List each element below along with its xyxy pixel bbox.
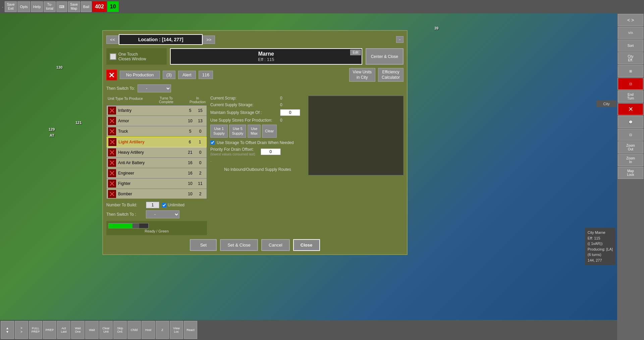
- zoom-out-button[interactable]: ZoomOut: [618, 141, 643, 153]
- then-switch-build-label: Then Switch To :: [106, 212, 143, 217]
- save-exit-button[interactable]: SaveExit: [5, 1, 17, 12]
- then-switch-build-dropdown[interactable]: -: [146, 210, 179, 218]
- unit-name-8: Bomber: [118, 192, 185, 196]
- end-turn-button[interactable]: EndTurn: [618, 90, 643, 103]
- unit-row-6[interactable]: Engineer162: [107, 168, 207, 179]
- unit-row-5[interactable]: Anti Air Battery160: [107, 158, 207, 168]
- unit-box-button[interactable]: ⊡: [618, 78, 643, 90]
- act-last-button[interactable]: ActLast: [57, 321, 70, 339]
- then-switch-dropdown[interactable]: -: [138, 84, 171, 92]
- alert-button[interactable]: Alert: [178, 71, 196, 79]
- via-arrows-button[interactable]: V/A: [618, 27, 643, 39]
- current-scrap-value: 0: [280, 96, 290, 100]
- tutorial-button[interactable]: Tu-torial: [44, 1, 56, 12]
- x-button[interactable]: ✕: [618, 103, 643, 115]
- grid-button1[interactable]: ⊞: [618, 65, 643, 77]
- use5-supply-button[interactable]: Use 5Supply: [229, 125, 247, 138]
- city-eff-button[interactable]: CityEff.: [618, 52, 643, 64]
- use-max-button[interactable]: UseMax: [248, 125, 261, 138]
- score-display: 402: [92, 1, 107, 12]
- react-button[interactable]: React: [184, 321, 197, 339]
- sort-button[interactable]: Sort: [618, 40, 643, 52]
- help-button[interactable]: Help: [31, 1, 43, 12]
- use1-supply-button[interactable]: Use 1Supply: [210, 125, 228, 138]
- edit-button[interactable]: Edit: [350, 50, 361, 55]
- use-storage-checkbox[interactable]: [210, 140, 215, 145]
- bail-button[interactable]: Bail: [81, 1, 92, 12]
- wait-one-button[interactable]: WaitOne: [71, 321, 85, 339]
- z-button[interactable]: Z: [156, 321, 169, 339]
- nav-prev-button[interactable]: <<: [106, 36, 119, 44]
- map-lock-button[interactable]: MapLock: [618, 167, 643, 179]
- skip-orders-button[interactable]: SkipOrd.: [113, 321, 127, 339]
- set-close-button[interactable]: Set & Close: [220, 239, 258, 251]
- priority-row: Priority For Drain Offset: (lowest value…: [210, 147, 305, 156]
- no-production-button[interactable]: No Production: [120, 71, 160, 79]
- unit-name-4: Heavy Artillery: [118, 150, 185, 155]
- center-close-button[interactable]: Center & Close: [366, 48, 404, 65]
- unit-row-4[interactable]: Heavy Artillery210: [107, 147, 207, 158]
- set-button[interactable]: Set: [190, 239, 217, 251]
- unit-list-container[interactable]: Infantry515 Armor1013 Truck50 Light Arti…: [106, 105, 207, 199]
- maintain-supply-input[interactable]: [280, 109, 300, 116]
- unit-row-2[interactable]: Truck50: [107, 126, 207, 137]
- zoom-in-button[interactable]: ZoomIn: [618, 154, 643, 166]
- clear-unit-button[interactable]: ClearUnit: [99, 321, 113, 339]
- nav-up-button[interactable]: ▲▼: [1, 321, 14, 339]
- unit-name-5: Anti Air Battery: [118, 160, 185, 165]
- prep-full-button[interactable]: FULLPREP: [29, 321, 42, 339]
- grid-button2[interactable]: ⊡: [618, 129, 643, 141]
- one-touch-checkbox[interactable]: [110, 53, 116, 60]
- unit-row-8[interactable]: Bomber102: [107, 189, 207, 199]
- chat-button[interactable]: 💬: [618, 116, 643, 128]
- clear-button[interactable]: Clear: [262, 125, 277, 138]
- current-scrap-label: Current Scrap:: [210, 96, 277, 100]
- host-button[interactable]: Host: [142, 321, 155, 339]
- city-name-wrapper: Marne Eff : 115 Edit: [170, 48, 362, 65]
- dialog-header: << Location : [144, 277] >> -: [106, 34, 404, 45]
- close-button[interactable]: Close: [293, 239, 320, 251]
- maintain-supply-label: Maintain Supply Storage Of :: [210, 110, 277, 115]
- prep-button[interactable]: PREP: [43, 321, 56, 339]
- current-supply-value: 0: [280, 103, 290, 107]
- supply-and-preview: Current Scrap: 0 Current Supply Storage:…: [210, 96, 404, 175]
- current-supply-row: Current Supply Storage: 0: [210, 103, 305, 107]
- unit-icon-6: [108, 169, 116, 177]
- efficiency-calc-button[interactable]: EfficiencyCalculator: [378, 68, 404, 82]
- city-name-box: Marne Eff : 115: [170, 48, 362, 65]
- top-toolbar: - SaveExit Opts Help Tu-torial ⌨ SaveMap…: [0, 0, 644, 13]
- unit-in-prod-8: 2: [195, 192, 205, 196]
- one-touch-label: One Touch Closes Window: [118, 52, 146, 61]
- production-count: (3): [163, 71, 175, 79]
- save-map-button[interactable]: SaveMap: [68, 1, 80, 12]
- current-scrap-row: Current Scrap: 0: [210, 96, 305, 100]
- nav-right-button[interactable]: >>: [15, 321, 28, 339]
- supply-buttons-row: Use 1Supply Use 5Supply UseMax Clear: [210, 125, 305, 138]
- unit-row-0[interactable]: Infantry515: [107, 106, 207, 116]
- unit-name-1: Armor: [118, 119, 185, 123]
- city-icon-label: City: [596, 100, 616, 107]
- number-build-input[interactable]: [146, 202, 159, 208]
- unit-list-header: Unit Type To Produce Turns ToComplete In…: [106, 96, 207, 105]
- action-buttons-row: Set Set & Close Cancel Close: [106, 239, 404, 251]
- nav-arrows-button[interactable]: < >: [618, 14, 643, 26]
- wait-button[interactable]: Wait: [85, 321, 99, 339]
- unlimited-checkbox[interactable]: [162, 203, 166, 207]
- progress-label: Ready / Green: [108, 229, 205, 233]
- unit-turns-5: 16: [185, 160, 195, 165]
- unit-row-3[interactable]: Light Artillery61: [107, 137, 207, 147]
- unit-row-1[interactable]: Armor1013: [107, 116, 207, 126]
- right-panel: < > V/A Sort CityEff. ⊞ ⊡ EndTurn ✕ 💬 ⊡ …: [617, 13, 644, 340]
- opts-button[interactable]: Opts: [17, 1, 30, 12]
- nav-next-button[interactable]: >>: [203, 36, 215, 44]
- view-units-button[interactable]: View Unitsin City: [349, 68, 375, 82]
- minimize-button[interactable]: -: [396, 36, 404, 43]
- priority-input[interactable]: [261, 148, 281, 155]
- unit-turns-0: 5: [185, 108, 195, 113]
- map-label-39: 39: [434, 26, 438, 30]
- cancel-button[interactable]: Cancel: [261, 239, 289, 251]
- child-button[interactable]: Child: [127, 321, 141, 339]
- unit-row-7[interactable]: Fighter1011: [107, 179, 207, 189]
- keyboard-button[interactable]: ⌨: [56, 1, 67, 12]
- view-loc-button[interactable]: ViewLoc: [170, 321, 183, 339]
